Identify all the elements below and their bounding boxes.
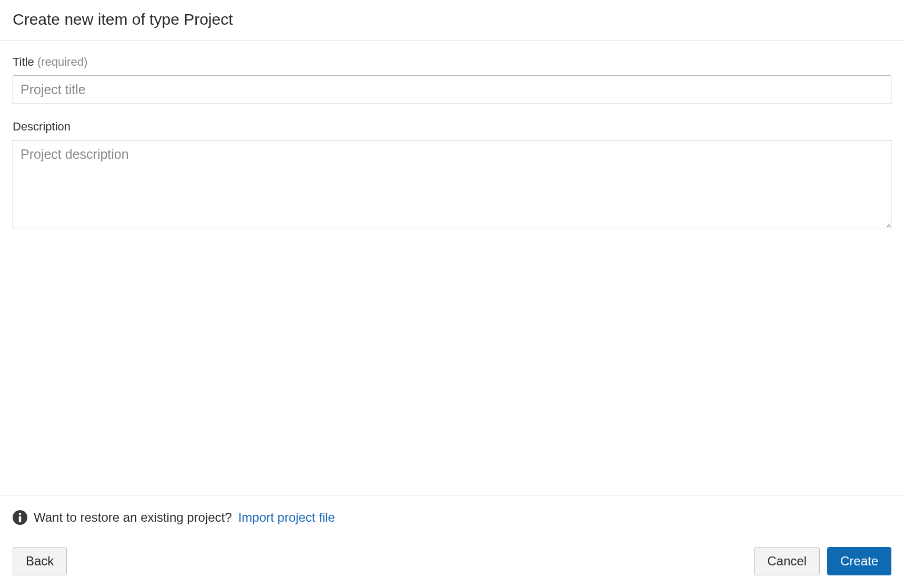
svg-point-0 [19,513,21,515]
restore-question-text: Want to restore an existing project? [34,510,232,525]
title-required-hint: (required) [37,55,87,68]
description-label: Description [13,120,891,134]
svg-rect-1 [19,516,21,523]
footer-section: Want to restore an existing project? Imp… [0,495,904,588]
title-label: Title (required) [13,55,891,69]
title-label-text: Title [13,55,34,68]
page-header: Create new item of type Project [0,0,904,40]
description-field-group: Description [13,120,891,230]
button-row: Back Cancel Create [13,547,891,575]
restore-hint-row: Want to restore an existing project? Imp… [13,510,891,525]
description-textarea[interactable] [13,140,891,228]
title-field-group: Title (required) [13,55,891,104]
page-title: Create new item of type Project [13,11,891,28]
info-icon [13,510,27,525]
import-project-link[interactable]: Import project file [238,510,335,525]
back-button[interactable]: Back [13,547,67,575]
create-button[interactable]: Create [827,547,891,575]
cancel-button[interactable]: Cancel [754,547,820,575]
title-input[interactable] [13,75,891,104]
form-area: Title (required) Description [0,40,904,495]
